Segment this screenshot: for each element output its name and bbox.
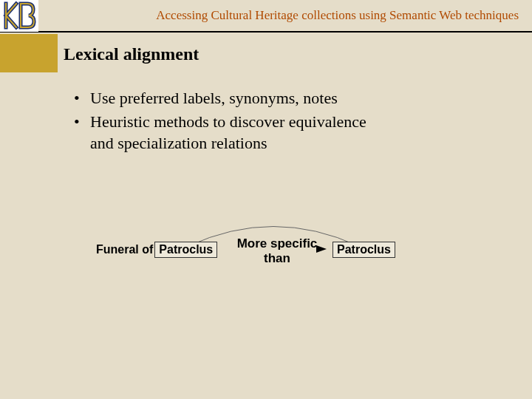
right-term-box: Patroclus xyxy=(332,242,395,258)
alignment-diagram: Funeral of Patroclus More specific than … xyxy=(96,222,436,273)
left-concept: Funeral of Patroclus xyxy=(96,242,217,258)
left-prefix: Funeral of xyxy=(96,243,153,256)
arrow-icon xyxy=(316,245,327,253)
bullet-item: Use preferred labels, synonyms, notes xyxy=(74,87,384,109)
left-term-box: Patroclus xyxy=(154,242,217,258)
gold-accent-block xyxy=(0,34,58,72)
kb-logo xyxy=(0,0,38,32)
relation-label: More specific than xyxy=(233,236,321,265)
bullet-list: Use preferred labels, synonyms, notes He… xyxy=(74,87,384,156)
header-title: Accessing Cultural Heritage collections … xyxy=(38,8,532,23)
slide-title: Lexical alignment xyxy=(64,44,199,64)
header-bar: Accessing Cultural Heritage collections … xyxy=(0,0,532,33)
bullet-item: Heuristic methods to discover equivalenc… xyxy=(74,111,384,154)
